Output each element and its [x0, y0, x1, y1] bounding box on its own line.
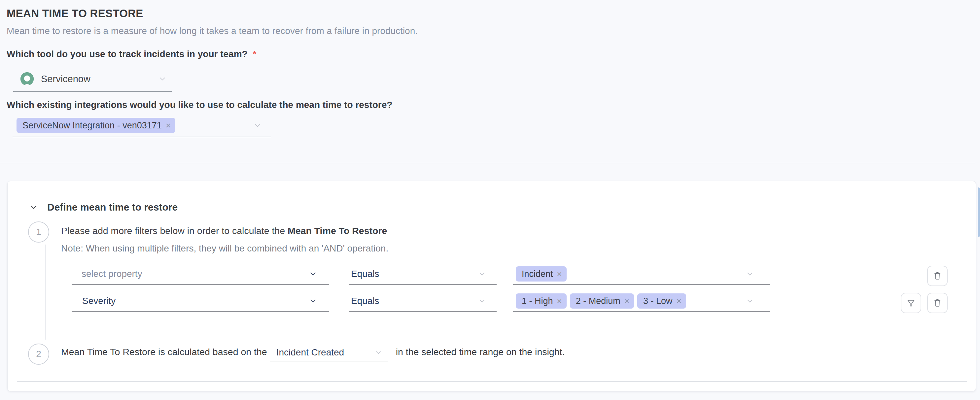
chip-label: ServiceNow Integration - ven03171	[22, 121, 162, 131]
chip-label: 3 - Low	[643, 296, 673, 306]
filter-1-delete-button[interactable]	[927, 266, 948, 286]
trash-icon	[932, 298, 942, 308]
chevron-down-icon	[374, 348, 383, 357]
filter-1-operator-value: Equals	[351, 269, 379, 279]
filter-2-operator-value: Equals	[351, 296, 379, 306]
step-1-instruction: Please add more filters below in order t…	[61, 225, 387, 236]
filter-2-values-multiselect[interactable]: 1 - High × 2 - Medium × 3 - Low ×	[513, 291, 770, 312]
chevron-down-icon	[158, 74, 167, 84]
chevron-down-icon	[308, 296, 318, 306]
step-1-badge: 1	[28, 221, 49, 243]
filter-2-advanced-filter-button[interactable]	[901, 293, 921, 313]
integration-multiselect[interactable]: ServiceNow Integration - ven03171 ×	[13, 114, 271, 137]
filter-2-property-select[interactable]: Severity	[72, 291, 329, 312]
filter-value-chip: Incident ×	[516, 266, 566, 281]
required-asterisk: *	[253, 49, 256, 59]
timestamp-select-value: Incident Created	[276, 347, 344, 358]
integration-question-label: Which existing integrations would you li…	[6, 100, 392, 110]
chevron-down-icon	[253, 121, 262, 130]
step-2-text-before: Mean Time To Restore is calculated based…	[61, 346, 267, 361]
chip-label: 1 - High	[522, 296, 553, 306]
section-divider	[0, 163, 975, 163]
page-title: MEAN TIME TO RESTORE	[6, 7, 143, 20]
chevron-down-icon	[308, 269, 318, 279]
panel-header[interactable]: Define mean time to restore	[29, 202, 178, 213]
filter-1-property-select[interactable]: select property	[72, 264, 329, 285]
timestamp-select[interactable]: Incident Created	[270, 344, 388, 361]
mean-time-to-restore-page: MEAN TIME TO RESTORE Mean time to restor…	[0, 0, 980, 400]
chip-remove-icon[interactable]: ×	[624, 296, 629, 306]
filter-1-operator-select[interactable]: Equals	[349, 264, 496, 285]
filter-value-chip: 1 - High ×	[516, 294, 566, 309]
scrollbar-thumb[interactable]	[978, 187, 980, 237]
filter-value-chip: 2 - Medium ×	[570, 294, 634, 309]
step-1-text-bold: Mean Time To Restore	[288, 225, 387, 236]
step-2-text-after: in the selected time range on the insigh…	[396, 346, 565, 361]
step-connector-line	[45, 244, 46, 340]
chip-remove-icon[interactable]: ×	[166, 121, 171, 131]
filter-1-values-multiselect[interactable]: Incident ×	[513, 264, 770, 285]
chip-label: Incident	[522, 269, 553, 279]
filter-funnel-icon	[906, 298, 916, 308]
filter-2-operator-select[interactable]: Equals	[349, 291, 496, 312]
page-subtitle: Mean time to restore is a measure of how…	[6, 26, 418, 36]
tool-question-label: Which tool do you use to track incidents…	[6, 49, 256, 59]
panel-footer-divider	[17, 381, 967, 382]
chip-remove-icon[interactable]: ×	[676, 296, 681, 306]
filter-2-delete-button[interactable]	[927, 293, 948, 313]
chevron-down-icon	[477, 269, 487, 279]
define-mttr-panel: Define mean time to restore 1 Please add…	[7, 181, 976, 391]
panel-title: Define mean time to restore	[47, 202, 178, 213]
filter-value-chip: 3 - Low ×	[637, 294, 686, 309]
tool-select[interactable]: Servicenow	[13, 67, 172, 92]
chip-label: 2 - Medium	[576, 296, 620, 306]
filter-1-property-placeholder: select property	[81, 269, 142, 279]
step-2-sentence: Mean Time To Restore is calculated based…	[61, 344, 565, 361]
chevron-down-icon	[477, 296, 487, 306]
chip-remove-icon[interactable]: ×	[557, 269, 562, 279]
chevron-down-icon	[745, 269, 754, 279]
filter-2-property-value: Severity	[82, 296, 116, 306]
integration-chip: ServiceNow Integration - ven03171 ×	[16, 118, 175, 133]
chevron-down-icon	[745, 296, 754, 306]
step-1-note: Note: When using multiple filters, they …	[61, 243, 388, 254]
step-2-badge: 2	[28, 344, 49, 365]
tool-question-text: Which tool do you use to track incidents…	[6, 49, 248, 59]
step-1-text: Please add more filters below in order t…	[61, 225, 288, 236]
tool-select-value: Servicenow	[41, 74, 91, 84]
trash-icon	[932, 271, 942, 281]
chip-remove-icon[interactable]: ×	[557, 296, 562, 306]
servicenow-logo-icon	[20, 71, 34, 86]
collapse-chevron-icon[interactable]	[29, 202, 39, 212]
